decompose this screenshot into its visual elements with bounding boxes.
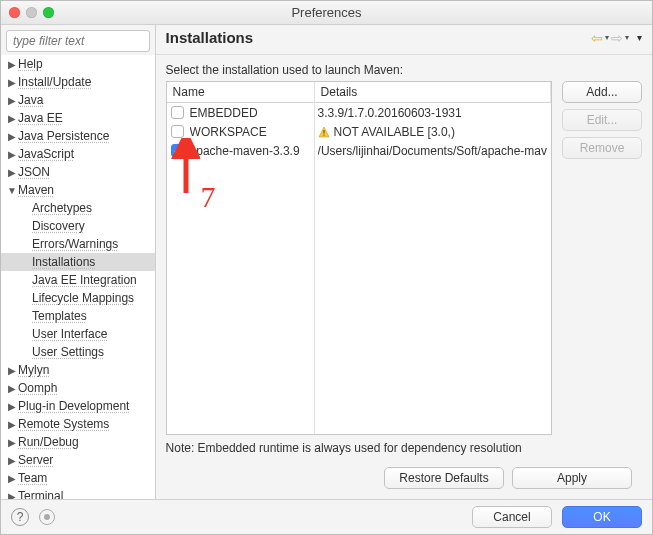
tree-item-label: User Interface [31, 327, 107, 341]
chevron-right-icon[interactable]: ▶ [7, 149, 17, 160]
tree-item[interactable]: ▶Plug-in Development [1, 397, 155, 415]
column-name[interactable]: Name [167, 82, 315, 102]
tree-item-label: Java EE Integration [31, 273, 137, 287]
chevron-right-icon[interactable]: ▶ [7, 113, 17, 124]
column-divider[interactable] [314, 100, 315, 434]
body: ▶Help▶Install/Update▶Java▶Java EE▶Java P… [1, 25, 652, 499]
help-icon[interactable]: ? [11, 508, 29, 526]
dropdown-icon: ▾ [625, 33, 629, 42]
chevron-right-icon[interactable]: ▶ [7, 383, 17, 394]
table-body: EMBEDDED3.3.9/1.7.0.20160603-1931WORKSPA… [167, 103, 551, 434]
cell-name: WORKSPACE [190, 125, 318, 139]
tree-item[interactable]: Lifecycle Mappings [1, 289, 155, 307]
preferences-tree[interactable]: ▶Help▶Install/Update▶Java▶Java EE▶Java P… [1, 55, 155, 499]
svg-rect-1 [323, 134, 324, 135]
table-area: Name Details EMBEDDED3.3.9/1.7.0.2016060… [166, 81, 642, 435]
table-row[interactable]: EMBEDDED3.3.9/1.7.0.20160603-1931 [167, 103, 551, 122]
apply-button[interactable]: Apply [512, 467, 632, 489]
tree-item[interactable]: ▶Install/Update [1, 73, 155, 91]
description-label: Select the installation used to launch M… [166, 63, 642, 77]
tree-item[interactable]: Templates [1, 307, 155, 325]
svg-rect-0 [323, 130, 324, 134]
checkbox[interactable]: ✓ [171, 144, 184, 157]
view-menu-icon[interactable]: ▾ [637, 32, 642, 43]
tree-item[interactable]: ▶Server [1, 451, 155, 469]
checkbox[interactable] [171, 125, 184, 138]
tree-item-label: JavaScript [17, 147, 74, 161]
chevron-right-icon[interactable]: ▶ [7, 419, 17, 430]
chevron-right-icon[interactable]: ▶ [7, 167, 17, 178]
restore-defaults-button[interactable]: Restore Defaults [384, 467, 504, 489]
chevron-right-icon[interactable]: ▶ [7, 365, 17, 376]
tree-item-label: Mylyn [17, 363, 49, 377]
nav-back-button[interactable]: ⇦▾ [591, 30, 609, 46]
cancel-button[interactable]: Cancel [472, 506, 552, 528]
tree-item[interactable]: ▶Java [1, 91, 155, 109]
arrow-right-icon: ⇨ [611, 30, 623, 46]
ok-button[interactable]: OK [562, 506, 642, 528]
tree-item[interactable]: ▼Maven [1, 181, 155, 199]
window-title: Preferences [1, 5, 652, 20]
tree-item[interactable]: Discovery [1, 217, 155, 235]
cell-details: 3.3.9/1.7.0.20160603-1931 [318, 106, 547, 120]
tree-item[interactable]: User Settings [1, 343, 155, 361]
chevron-right-icon[interactable]: ▶ [7, 455, 17, 466]
installations-table[interactable]: Name Details EMBEDDED3.3.9/1.7.0.2016060… [166, 81, 552, 435]
column-details[interactable]: Details [315, 82, 551, 102]
progress-icon[interactable] [39, 509, 55, 525]
tree-item[interactable]: ▶Java EE [1, 109, 155, 127]
tree-item[interactable]: ▶Team [1, 469, 155, 487]
tree-item[interactable]: Archetypes [1, 199, 155, 217]
filter-container [1, 25, 155, 55]
preferences-window: Preferences ▶Help▶Install/Update▶Java▶Ja… [0, 0, 653, 535]
tree-item-label: Team [17, 471, 47, 485]
tree-item-label: Archetypes [31, 201, 92, 215]
chevron-right-icon[interactable]: ▶ [7, 473, 17, 484]
content-panel: Installations ⇦▾ ⇨▾ ▾ Select the install… [156, 25, 652, 499]
tree-item[interactable]: ▶Mylyn [1, 361, 155, 379]
tree-item-label: Lifecycle Mappings [31, 291, 134, 305]
tree-item-label: Server [17, 453, 53, 467]
tree-item-label: Remote Systems [17, 417, 109, 431]
add-button[interactable]: Add... [562, 81, 642, 103]
tree-item-label: Java [17, 93, 43, 107]
tree-item[interactable]: ▶Run/Debug [1, 433, 155, 451]
chevron-right-icon[interactable]: ▶ [7, 77, 17, 88]
tree-item[interactable]: ▶Help [1, 55, 155, 73]
checkbox[interactable] [171, 106, 184, 119]
chevron-right-icon[interactable]: ▶ [7, 401, 17, 412]
tree-item[interactable]: Installations [1, 253, 155, 271]
tree-item-label: Terminal [17, 489, 63, 499]
tree-item[interactable]: ▶Terminal [1, 487, 155, 499]
chevron-down-icon[interactable]: ▼ [7, 185, 17, 196]
tree-item[interactable]: ▶JSON [1, 163, 155, 181]
page-title: Installations [166, 29, 254, 46]
tree-item-label: Install/Update [17, 75, 91, 89]
tree-item[interactable]: Errors/Warnings [1, 235, 155, 253]
table-row[interactable]: WORKSPACENOT AVAILABLE [3.0,) [167, 122, 551, 141]
arrow-left-icon: ⇦ [591, 30, 603, 46]
cell-details: /Users/lijinhai/Documents/Soft/apache-ma… [318, 144, 547, 158]
tree-item[interactable]: ▶Java Persistence [1, 127, 155, 145]
note-label: Note: Embedded runtime is always used fo… [166, 441, 642, 455]
tree-item[interactable]: ▶Oomph [1, 379, 155, 397]
chevron-right-icon[interactable]: ▶ [7, 131, 17, 142]
tree-item[interactable]: User Interface [1, 325, 155, 343]
warning-icon [318, 126, 330, 138]
tree-item-label: JSON [17, 165, 50, 179]
tree-item-label: Help [17, 57, 43, 71]
content-footer: Restore Defaults Apply [166, 463, 642, 499]
chevron-right-icon[interactable]: ▶ [7, 491, 17, 500]
tree-item-label: Plug-in Development [17, 399, 129, 413]
tree-item[interactable]: ▶JavaScript [1, 145, 155, 163]
chevron-right-icon[interactable]: ▶ [7, 59, 17, 70]
chevron-right-icon[interactable]: ▶ [7, 437, 17, 448]
tree-item[interactable]: Java EE Integration [1, 271, 155, 289]
nav-forward-button: ⇨▾ [611, 30, 629, 46]
tree-item-label: Templates [31, 309, 87, 323]
tree-item[interactable]: ▶Remote Systems [1, 415, 155, 433]
nav-icons: ⇦▾ ⇨▾ ▾ [591, 30, 642, 46]
table-row[interactable]: ✓apache-maven-3.3.9/Users/lijinhai/Docum… [167, 141, 551, 160]
filter-input[interactable] [6, 30, 150, 52]
chevron-right-icon[interactable]: ▶ [7, 95, 17, 106]
